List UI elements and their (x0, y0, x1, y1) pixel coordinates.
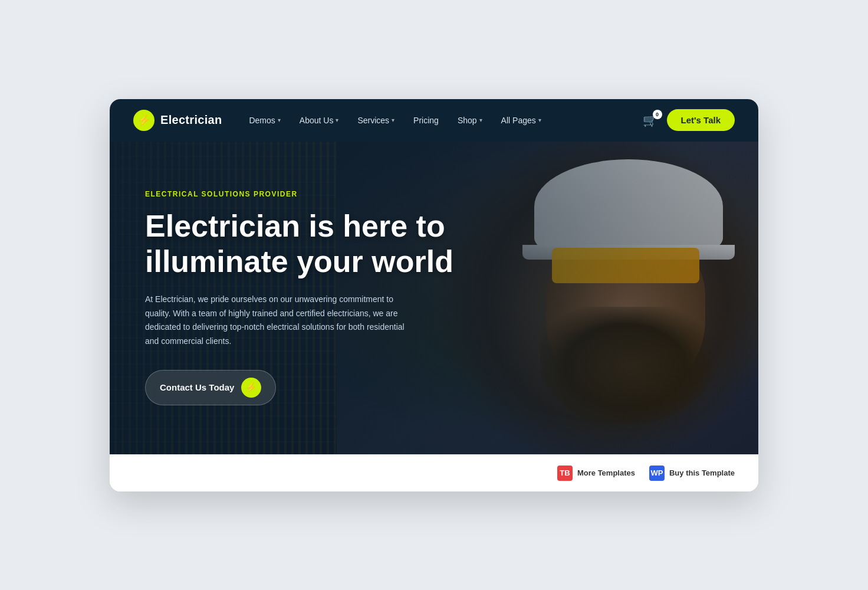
chevron-down-icon: ▾ (479, 117, 482, 123)
nav-links: Demos ▾ About Us ▾ Services ▾ Pricing Sh… (241, 111, 642, 130)
nav-item-allpages[interactable]: All Pages ▾ (493, 111, 550, 130)
chevron-down-icon: ▾ (538, 117, 541, 123)
chevron-down-icon: ▾ (278, 117, 281, 123)
chevron-down-icon: ▾ (336, 117, 338, 123)
lets-talk-button[interactable]: Let's Talk (667, 109, 735, 131)
buy-template-icon: WP (649, 466, 665, 481)
hero-section: ELECTRICAL SOLUTIONS PROVIDER Electricia… (110, 142, 758, 454)
nav-item-shop[interactable]: Shop ▾ (449, 111, 491, 130)
hero-title: Electrician is here to illuminate your w… (145, 209, 495, 280)
hero-tag: ELECTRICAL SOLUTIONS PROVIDER (145, 190, 495, 198)
nav-item-demos[interactable]: Demos ▾ (241, 111, 288, 130)
logo-icon: ⚡ (133, 110, 154, 131)
buy-template-button[interactable]: WP Buy this Template (649, 466, 735, 481)
browser-window: ⚡ Electrician Demos ▾ About Us ▾ Service… (110, 99, 758, 491)
nav-item-about[interactable]: About Us ▾ (291, 111, 347, 130)
contact-us-button[interactable]: Contact Us Today ⚡ (145, 370, 276, 405)
hero-description: At Electrician, we pride ourselves on ou… (145, 293, 416, 349)
more-templates-icon: TB (557, 466, 573, 481)
cart-icon[interactable]: 🛒 0 (643, 113, 657, 127)
logo-link[interactable]: ⚡ Electrician (133, 110, 222, 131)
cart-badge: 0 (653, 110, 662, 119)
chevron-down-icon: ▾ (392, 117, 394, 123)
nav-actions: 🛒 0 Let's Talk (643, 109, 735, 131)
nav-item-services[interactable]: Services ▾ (349, 111, 403, 130)
contact-btn-lightning-icon: ⚡ (241, 378, 261, 398)
brand-name: Electrician (160, 113, 222, 127)
more-templates-button[interactable]: TB More Templates (557, 466, 635, 481)
footer-strip: TB More Templates WP Buy this Template (110, 454, 758, 491)
hero-content: ELECTRICAL SOLUTIONS PROVIDER Electricia… (145, 142, 495, 454)
nav-item-pricing[interactable]: Pricing (405, 111, 447, 130)
navbar: ⚡ Electrician Demos ▾ About Us ▾ Service… (110, 99, 758, 142)
